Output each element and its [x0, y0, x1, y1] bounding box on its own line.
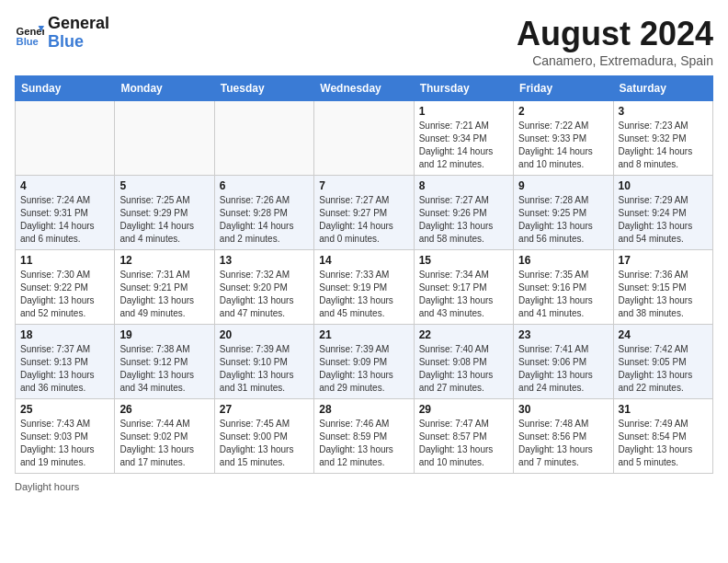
calendar-cell: 24Sunrise: 7:42 AM Sunset: 9:05 PM Dayli… [613, 325, 712, 399]
col-header-saturday: Saturday [613, 76, 712, 101]
day-info: Sunrise: 7:39 AM Sunset: 9:10 PM Dayligh… [220, 343, 309, 395]
day-number: 9 [518, 179, 608, 192]
logo-icon: General Blue [15, 18, 44, 48]
day-info: Sunrise: 7:27 AM Sunset: 9:27 PM Dayligh… [319, 194, 408, 246]
day-info: Sunrise: 7:31 AM Sunset: 9:21 PM Dayligh… [119, 269, 209, 320]
day-number: 2 [518, 105, 608, 118]
calendar-cell: 10Sunrise: 7:29 AM Sunset: 9:24 PM Dayli… [613, 176, 712, 250]
week-row-1: 1Sunrise: 7:21 AM Sunset: 9:34 PM Daylig… [16, 101, 713, 176]
day-info: Sunrise: 7:42 AM Sunset: 9:05 PM Dayligh… [619, 343, 708, 395]
calendar-cell [214, 101, 313, 176]
day-info: Sunrise: 7:30 AM Sunset: 9:22 PM Dayligh… [20, 269, 109, 320]
day-number: 4 [20, 179, 109, 192]
day-number: 6 [220, 179, 309, 192]
calendar-cell: 17Sunrise: 7:36 AM Sunset: 9:15 PM Dayli… [613, 250, 712, 325]
calendar-cell: 30Sunrise: 7:48 AM Sunset: 8:56 PM Dayli… [514, 399, 613, 474]
day-info: Sunrise: 7:23 AM Sunset: 9:32 PM Dayligh… [619, 120, 708, 171]
day-number: 27 [220, 403, 309, 416]
day-info: Sunrise: 7:41 AM Sunset: 9:06 PM Dayligh… [518, 343, 608, 395]
day-number: 24 [619, 328, 708, 341]
day-info: Sunrise: 7:25 AM Sunset: 9:29 PM Dayligh… [119, 194, 209, 246]
day-info: Sunrise: 7:48 AM Sunset: 8:56 PM Dayligh… [518, 418, 608, 469]
calendar-cell: 29Sunrise: 7:47 AM Sunset: 8:57 PM Dayli… [414, 399, 513, 474]
calendar-cell: 8Sunrise: 7:27 AM Sunset: 9:26 PM Daylig… [414, 176, 513, 250]
page-header: General Blue General Blue August 2024 Ca… [15, 15, 713, 68]
day-number: 7 [319, 179, 408, 192]
day-info: Sunrise: 7:21 AM Sunset: 9:34 PM Dayligh… [419, 120, 508, 171]
calendar-cell: 15Sunrise: 7:34 AM Sunset: 9:17 PM Dayli… [414, 250, 513, 325]
day-number: 22 [419, 328, 508, 341]
day-info: Sunrise: 7:38 AM Sunset: 9:12 PM Dayligh… [119, 343, 209, 395]
day-info: Sunrise: 7:33 AM Sunset: 9:19 PM Dayligh… [319, 269, 408, 320]
day-info: Sunrise: 7:46 AM Sunset: 8:59 PM Dayligh… [319, 418, 408, 469]
day-info: Sunrise: 7:28 AM Sunset: 9:25 PM Dayligh… [518, 194, 608, 246]
day-info: Sunrise: 7:34 AM Sunset: 9:17 PM Dayligh… [419, 269, 508, 320]
calendar-cell: 28Sunrise: 7:46 AM Sunset: 8:59 PM Dayli… [314, 399, 414, 474]
day-info: Sunrise: 7:35 AM Sunset: 9:16 PM Dayligh… [518, 269, 608, 320]
logo-text: General Blue [48, 15, 109, 52]
calendar-cell [16, 101, 115, 176]
calendar-cell: 1Sunrise: 7:21 AM Sunset: 9:34 PM Daylig… [414, 101, 513, 176]
calendar-cell: 5Sunrise: 7:25 AM Sunset: 9:29 PM Daylig… [115, 176, 214, 250]
day-number: 20 [220, 328, 309, 341]
day-number: 8 [419, 179, 508, 192]
calendar-cell: 21Sunrise: 7:39 AM Sunset: 9:09 PM Dayli… [314, 325, 414, 399]
calendar-cell: 2Sunrise: 7:22 AM Sunset: 9:33 PM Daylig… [514, 101, 613, 176]
day-number: 13 [220, 254, 309, 267]
day-number: 26 [119, 403, 209, 416]
col-header-monday: Monday [115, 76, 214, 101]
week-row-3: 11Sunrise: 7:30 AM Sunset: 9:22 PM Dayli… [16, 250, 713, 325]
calendar-cell: 22Sunrise: 7:40 AM Sunset: 9:08 PM Dayli… [414, 325, 513, 399]
day-info: Sunrise: 7:40 AM Sunset: 9:08 PM Dayligh… [419, 343, 508, 395]
day-number: 23 [518, 328, 608, 341]
col-header-tuesday: Tuesday [214, 76, 313, 101]
day-number: 30 [518, 403, 608, 416]
logo: General Blue General Blue [15, 15, 109, 52]
calendar-cell: 23Sunrise: 7:41 AM Sunset: 9:06 PM Dayli… [514, 325, 613, 399]
subtitle: Canamero, Extremadura, Spain [517, 53, 713, 68]
calendar-cell [314, 101, 414, 176]
col-header-wednesday: Wednesday [314, 76, 414, 101]
day-info: Sunrise: 7:27 AM Sunset: 9:26 PM Dayligh… [419, 194, 508, 246]
calendar-cell: 11Sunrise: 7:30 AM Sunset: 9:22 PM Dayli… [16, 250, 115, 325]
title-block: August 2024 Canamero, Extremadura, Spain [517, 15, 713, 68]
day-number: 28 [319, 403, 408, 416]
calendar-cell: 27Sunrise: 7:45 AM Sunset: 9:00 PM Dayli… [214, 399, 313, 474]
day-number: 19 [119, 328, 209, 341]
calendar-cell: 16Sunrise: 7:35 AM Sunset: 9:16 PM Dayli… [514, 250, 613, 325]
day-number: 18 [20, 328, 109, 341]
day-info: Sunrise: 7:24 AM Sunset: 9:31 PM Dayligh… [20, 194, 109, 246]
day-info: Sunrise: 7:43 AM Sunset: 9:03 PM Dayligh… [20, 418, 109, 469]
calendar-table: SundayMondayTuesdayWednesdayThursdayFrid… [15, 75, 713, 474]
day-info: Sunrise: 7:44 AM Sunset: 9:02 PM Dayligh… [119, 418, 209, 469]
day-number: 21 [319, 328, 408, 341]
svg-text:Blue: Blue [17, 36, 39, 47]
week-row-4: 18Sunrise: 7:37 AM Sunset: 9:13 PM Dayli… [16, 325, 713, 399]
calendar-cell: 4Sunrise: 7:24 AM Sunset: 9:31 PM Daylig… [16, 176, 115, 250]
calendar-cell: 9Sunrise: 7:28 AM Sunset: 9:25 PM Daylig… [514, 176, 613, 250]
day-number: 31 [619, 403, 708, 416]
day-info: Sunrise: 7:49 AM Sunset: 8:54 PM Dayligh… [619, 418, 708, 469]
calendar-cell: 31Sunrise: 7:49 AM Sunset: 8:54 PM Dayli… [613, 399, 712, 474]
calendar-cell: 26Sunrise: 7:44 AM Sunset: 9:02 PM Dayli… [115, 399, 214, 474]
day-info: Sunrise: 7:36 AM Sunset: 9:15 PM Dayligh… [619, 269, 708, 320]
calendar-cell: 20Sunrise: 7:39 AM Sunset: 9:10 PM Dayli… [214, 325, 313, 399]
main-title: August 2024 [517, 15, 713, 53]
day-number: 12 [119, 254, 209, 267]
calendar-cell: 18Sunrise: 7:37 AM Sunset: 9:13 PM Dayli… [16, 325, 115, 399]
calendar-header-row: SundayMondayTuesdayWednesdayThursdayFrid… [16, 76, 713, 101]
calendar-cell: 25Sunrise: 7:43 AM Sunset: 9:03 PM Dayli… [16, 399, 115, 474]
day-number: 1 [419, 105, 508, 118]
day-info: Sunrise: 7:32 AM Sunset: 9:20 PM Dayligh… [220, 269, 309, 320]
week-row-2: 4Sunrise: 7:24 AM Sunset: 9:31 PM Daylig… [16, 176, 713, 250]
day-info: Sunrise: 7:47 AM Sunset: 8:57 PM Dayligh… [419, 418, 508, 469]
day-number: 11 [20, 254, 109, 267]
calendar-cell [115, 101, 214, 176]
day-info: Sunrise: 7:45 AM Sunset: 9:00 PM Dayligh… [220, 418, 309, 469]
day-number: 25 [20, 403, 109, 416]
day-number: 16 [518, 254, 608, 267]
col-header-sunday: Sunday [16, 76, 115, 101]
day-number: 14 [319, 254, 408, 267]
day-info: Sunrise: 7:39 AM Sunset: 9:09 PM Dayligh… [319, 343, 408, 395]
day-info: Sunrise: 7:37 AM Sunset: 9:13 PM Dayligh… [20, 343, 109, 395]
